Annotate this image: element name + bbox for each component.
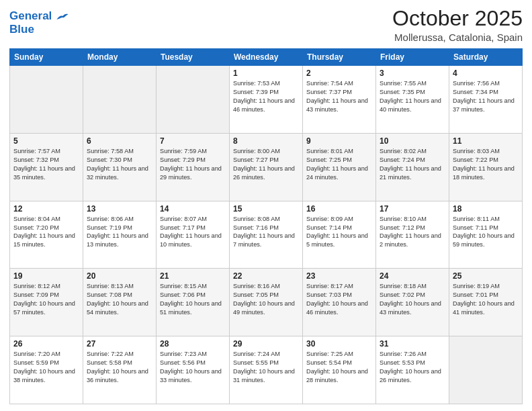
- day-number: 23: [306, 271, 372, 281]
- day-info: Sunrise: 8:04 AM Sunset: 7:20 PM Dayligh…: [13, 215, 79, 250]
- col-friday: Friday: [376, 49, 449, 66]
- day-number: 5: [13, 136, 79, 146]
- day-number: 6: [87, 136, 152, 146]
- day-number: 20: [87, 271, 152, 281]
- day-number: 13: [87, 204, 152, 214]
- calendar-table: Sunday Monday Tuesday Wednesday Thursday…: [9, 48, 523, 404]
- day-number: 31: [380, 339, 445, 349]
- col-sunday: Sunday: [10, 49, 83, 66]
- day-info: Sunrise: 7:23 AM Sunset: 5:56 PM Dayligh…: [160, 350, 226, 385]
- day-info: Sunrise: 7:57 AM Sunset: 7:32 PM Dayligh…: [13, 147, 79, 182]
- table-row: [10, 66, 83, 134]
- logo-general: General: [9, 9, 52, 22]
- table-row: 18Sunrise: 8:11 AM Sunset: 7:11 PM Dayli…: [449, 201, 523, 269]
- table-row: 13Sunrise: 8:06 AM Sunset: 7:19 PM Dayli…: [83, 201, 157, 269]
- table-row: 31Sunrise: 7:26 AM Sunset: 5:53 PM Dayli…: [376, 336, 449, 404]
- col-monday: Monday: [83, 49, 157, 66]
- day-info: Sunrise: 7:55 AM Sunset: 7:35 PM Dayligh…: [380, 79, 445, 114]
- table-row: 26Sunrise: 7:20 AM Sunset: 5:59 PM Dayli…: [10, 336, 83, 404]
- table-row: 3Sunrise: 7:55 AM Sunset: 7:35 PM Daylig…: [376, 66, 449, 134]
- day-info: Sunrise: 8:06 AM Sunset: 7:19 PM Dayligh…: [87, 215, 152, 250]
- day-number: 11: [453, 136, 519, 146]
- day-info: Sunrise: 8:19 AM Sunset: 7:01 PM Dayligh…: [453, 282, 519, 317]
- day-number: 17: [380, 204, 445, 214]
- table-row: 4Sunrise: 7:56 AM Sunset: 7:34 PM Daylig…: [449, 66, 523, 134]
- day-info: Sunrise: 8:07 AM Sunset: 7:17 PM Dayligh…: [160, 215, 226, 250]
- table-row: 14Sunrise: 8:07 AM Sunset: 7:17 PM Dayli…: [157, 201, 230, 269]
- calendar-week-row: 19Sunrise: 8:12 AM Sunset: 7:09 PM Dayli…: [10, 269, 523, 336]
- day-number: 14: [160, 204, 226, 214]
- table-row: [157, 66, 230, 134]
- day-number: 10: [380, 136, 445, 146]
- day-info: Sunrise: 8:03 AM Sunset: 7:22 PM Dayligh…: [453, 147, 519, 182]
- col-thursday: Thursday: [303, 49, 376, 66]
- calendar-header-row: Sunday Monday Tuesday Wednesday Thursday…: [10, 49, 523, 66]
- day-number: 4: [453, 68, 519, 78]
- day-number: 28: [160, 339, 226, 349]
- day-info: Sunrise: 8:16 AM Sunset: 7:05 PM Dayligh…: [233, 282, 299, 317]
- day-number: 30: [306, 339, 372, 349]
- day-number: 27: [87, 339, 152, 349]
- table-row: 12Sunrise: 8:04 AM Sunset: 7:20 PM Dayli…: [10, 201, 83, 269]
- day-number: 21: [160, 271, 226, 281]
- table-row: 17Sunrise: 8:10 AM Sunset: 7:12 PM Dayli…: [376, 201, 449, 269]
- header: General Blue October 2025 Mollerussa, Ca…: [9, 7, 523, 43]
- logo: General Blue: [9, 9, 69, 36]
- day-number: 26: [13, 339, 79, 349]
- table-row: 23Sunrise: 8:17 AM Sunset: 7:03 PM Dayli…: [303, 269, 376, 336]
- page: General Blue October 2025 Mollerussa, Ca…: [0, 0, 532, 411]
- day-info: Sunrise: 7:58 AM Sunset: 7:30 PM Dayligh…: [87, 147, 152, 182]
- day-info: Sunrise: 8:09 AM Sunset: 7:14 PM Dayligh…: [306, 215, 372, 250]
- calendar-week-row: 5Sunrise: 7:57 AM Sunset: 7:32 PM Daylig…: [10, 133, 523, 201]
- day-number: 7: [160, 136, 226, 146]
- table-row: 1Sunrise: 7:53 AM Sunset: 7:39 PM Daylig…: [230, 66, 303, 134]
- logo-bird-icon: [56, 11, 69, 22]
- day-number: 3: [380, 68, 445, 78]
- table-row: 25Sunrise: 8:19 AM Sunset: 7:01 PM Dayli…: [449, 269, 523, 336]
- calendar-week-row: 1Sunrise: 7:53 AM Sunset: 7:39 PM Daylig…: [10, 66, 523, 134]
- day-info: Sunrise: 7:56 AM Sunset: 7:34 PM Dayligh…: [453, 79, 519, 114]
- col-wednesday: Wednesday: [230, 49, 303, 66]
- day-number: 18: [453, 204, 519, 214]
- day-number: 8: [233, 136, 299, 146]
- table-row: 9Sunrise: 8:01 AM Sunset: 7:25 PM Daylig…: [303, 133, 376, 201]
- logo-blue: Blue: [9, 23, 69, 36]
- table-row: 29Sunrise: 7:24 AM Sunset: 5:55 PM Dayli…: [230, 336, 303, 404]
- table-row: [83, 66, 157, 134]
- day-number: 15: [233, 204, 299, 214]
- table-row: 15Sunrise: 8:08 AM Sunset: 7:16 PM Dayli…: [230, 201, 303, 269]
- day-number: 12: [13, 204, 79, 214]
- day-info: Sunrise: 7:20 AM Sunset: 5:59 PM Dayligh…: [13, 350, 79, 385]
- day-info: Sunrise: 8:13 AM Sunset: 7:08 PM Dayligh…: [87, 282, 152, 317]
- day-number: 1: [233, 68, 299, 78]
- day-number: 2: [306, 68, 372, 78]
- table-row: 20Sunrise: 8:13 AM Sunset: 7:08 PM Dayli…: [83, 269, 157, 336]
- table-row: 2Sunrise: 7:54 AM Sunset: 7:37 PM Daylig…: [303, 66, 376, 134]
- table-row: 24Sunrise: 8:18 AM Sunset: 7:02 PM Dayli…: [376, 269, 449, 336]
- day-number: 19: [13, 271, 79, 281]
- day-info: Sunrise: 7:59 AM Sunset: 7:29 PM Dayligh…: [160, 147, 226, 182]
- table-row: 28Sunrise: 7:23 AM Sunset: 5:56 PM Dayli…: [157, 336, 230, 404]
- day-info: Sunrise: 7:26 AM Sunset: 5:53 PM Dayligh…: [380, 350, 445, 385]
- table-row: 8Sunrise: 8:00 AM Sunset: 7:27 PM Daylig…: [230, 133, 303, 201]
- day-info: Sunrise: 7:53 AM Sunset: 7:39 PM Dayligh…: [233, 79, 299, 114]
- table-row: 10Sunrise: 8:02 AM Sunset: 7:24 PM Dayli…: [376, 133, 449, 201]
- day-info: Sunrise: 8:10 AM Sunset: 7:12 PM Dayligh…: [380, 215, 445, 250]
- table-row: 7Sunrise: 7:59 AM Sunset: 7:29 PM Daylig…: [157, 133, 230, 201]
- col-tuesday: Tuesday: [157, 49, 230, 66]
- table-row: 30Sunrise: 7:25 AM Sunset: 5:54 PM Dayli…: [303, 336, 376, 404]
- calendar-week-row: 26Sunrise: 7:20 AM Sunset: 5:59 PM Dayli…: [10, 336, 523, 404]
- day-number: 24: [380, 271, 445, 281]
- day-info: Sunrise: 8:12 AM Sunset: 7:09 PM Dayligh…: [13, 282, 79, 317]
- day-info: Sunrise: 8:17 AM Sunset: 7:03 PM Dayligh…: [306, 282, 372, 317]
- title-block: October 2025 Mollerussa, Catalonia, Spai…: [392, 7, 523, 43]
- table-row: 16Sunrise: 8:09 AM Sunset: 7:14 PM Dayli…: [303, 201, 376, 269]
- table-row: 6Sunrise: 7:58 AM Sunset: 7:30 PM Daylig…: [83, 133, 157, 201]
- page-title: October 2025: [392, 7, 523, 30]
- table-row: 11Sunrise: 8:03 AM Sunset: 7:22 PM Dayli…: [449, 133, 523, 201]
- table-row: 22Sunrise: 8:16 AM Sunset: 7:05 PM Dayli…: [230, 269, 303, 336]
- table-row: 21Sunrise: 8:15 AM Sunset: 7:06 PM Dayli…: [157, 269, 230, 336]
- day-info: Sunrise: 8:02 AM Sunset: 7:24 PM Dayligh…: [380, 147, 445, 182]
- table-row: 27Sunrise: 7:22 AM Sunset: 5:58 PM Dayli…: [83, 336, 157, 404]
- calendar-week-row: 12Sunrise: 8:04 AM Sunset: 7:20 PM Dayli…: [10, 201, 523, 269]
